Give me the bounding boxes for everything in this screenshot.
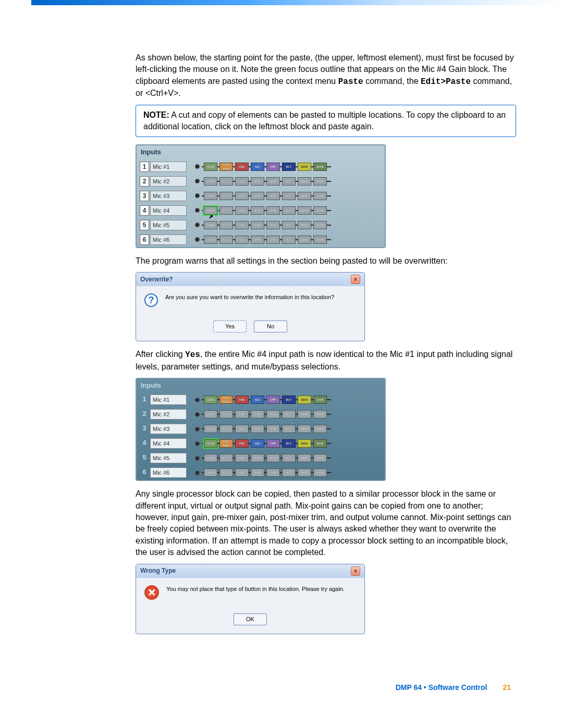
processor-block[interactable]: DLY — [282, 192, 296, 200]
processor-block[interactable]: GAIN — [313, 206, 327, 215]
processor-block[interactable]: DUCK — [298, 236, 311, 244]
processor-block[interactable]: GAIN — [204, 163, 217, 171]
processor-block[interactable]: FILT — [219, 192, 233, 200]
processor-block[interactable]: DLY — [282, 410, 296, 418]
processor-block[interactable]: DUCK — [298, 439, 311, 448]
processor-block[interactable]: DYN — [266, 410, 280, 418]
processor-block[interactable]: FBS — [235, 396, 249, 404]
channel-label[interactable]: Mic #3 — [150, 191, 187, 201]
processor-block[interactable]: FILT — [219, 468, 233, 477]
processor-block[interactable]: GAIN — [204, 454, 217, 462]
processor-block[interactable]: DLY — [282, 236, 296, 244]
channel-label[interactable]: Mic #4 — [150, 438, 187, 449]
processor-block[interactable]: FILT — [219, 206, 233, 215]
processor-block[interactable]: FBS — [235, 425, 249, 433]
processor-block[interactable]: FILT — [219, 177, 233, 186]
processor-block[interactable]: DYN — [251, 410, 264, 418]
processor-block[interactable]: FBS — [235, 236, 249, 244]
close-icon[interactable]: × — [351, 275, 360, 284]
processor-block[interactable]: DUCK — [298, 206, 311, 215]
channel-label[interactable]: Mic #5 — [150, 453, 187, 463]
processor-block[interactable]: CMP — [266, 439, 280, 448]
processor-block[interactable]: DYN — [251, 425, 264, 433]
processor-block[interactable]: GAIN — [313, 236, 327, 244]
no-button[interactable]: No — [254, 320, 287, 332]
processor-block[interactable]: DUCK — [298, 425, 311, 433]
channel-label[interactable]: Mic #1 — [150, 394, 187, 405]
channel-label[interactable]: Mic #2 — [150, 176, 187, 187]
processor-block[interactable]: DLY — [282, 468, 296, 477]
channel-label[interactable]: Mic #4 — [150, 205, 187, 216]
processor-block[interactable]: GAIN — [313, 163, 327, 171]
processor-block[interactable]: DYN — [251, 221, 264, 229]
processor-block[interactable]: DUCK — [298, 177, 311, 186]
processor-block[interactable]: DYN — [251, 236, 264, 244]
processor-block[interactable]: DUCK — [298, 221, 311, 229]
processor-block[interactable]: GAIN — [313, 439, 327, 448]
processor-block[interactable]: AGC — [251, 439, 264, 448]
processor-block[interactable]: CMP — [266, 163, 280, 171]
processor-block[interactable]: GAIN — [313, 221, 327, 229]
processor-block[interactable]: DUCK — [298, 454, 311, 462]
processor-block[interactable]: GAIN — [204, 396, 217, 404]
processor-block[interactable]: DLY — [282, 396, 296, 404]
channel-label[interactable]: Mic #3 — [150, 424, 187, 434]
processor-block[interactable]: DYN — [266, 425, 280, 433]
processor-block[interactable]: GAIN — [204, 439, 217, 448]
processor-block[interactable]: DYN — [266, 177, 280, 186]
processor-block[interactable]: AGC — [251, 396, 264, 404]
processor-block[interactable]: FILT — [219, 221, 233, 229]
ok-button[interactable]: OK — [234, 613, 267, 625]
processor-block[interactable]: GAIN — [204, 425, 217, 433]
processor-block[interactable]: HIGH PASS — [219, 163, 233, 171]
processor-block[interactable]: FBS — [235, 163, 249, 171]
processor-block[interactable]: DYN — [266, 236, 280, 244]
processor-block[interactable]: FBS — [235, 177, 249, 186]
processor-block[interactable]: FBS — [235, 454, 249, 462]
processor-block[interactable]: GAIN — [313, 454, 327, 462]
processor-block[interactable]: DLY — [282, 177, 296, 186]
processor-block[interactable]: DUCK — [298, 396, 311, 404]
processor-block[interactable]: DYN — [251, 468, 264, 477]
processor-block[interactable]: FBS — [235, 221, 249, 229]
processor-block[interactable]: FBS — [235, 206, 249, 215]
processor-block[interactable]: DUCK — [298, 410, 311, 418]
processor-block[interactable]: DYN — [251, 206, 264, 215]
yes-button[interactable]: Yes — [213, 320, 247, 332]
channel-label[interactable]: Mic #6 — [150, 467, 187, 478]
processor-block[interactable]: DUCK — [298, 468, 311, 477]
processor-block[interactable]: FBS — [235, 439, 249, 448]
processor-block[interactable]: GAIN — [313, 396, 327, 404]
processor-block[interactable]: DYN — [251, 454, 264, 462]
processor-block[interactable]: FBS — [235, 410, 249, 418]
processor-block[interactable]: DYN — [266, 192, 280, 200]
processor-block[interactable]: DLY — [282, 163, 296, 171]
processor-block[interactable]: FBS — [235, 192, 249, 200]
processor-block[interactable]: DYN — [266, 468, 280, 477]
processor-block[interactable]: AGC — [251, 163, 264, 171]
processor-block[interactable]: FILT — [219, 425, 233, 433]
close-icon[interactable]: × — [351, 566, 360, 576]
processor-block[interactable]: GAIN — [204, 206, 217, 215]
processor-block[interactable]: DLY — [282, 454, 296, 462]
processor-block[interactable]: DUCK — [298, 163, 311, 171]
processor-block[interactable]: DLY — [282, 221, 296, 229]
processor-block[interactable]: DYN — [251, 192, 264, 200]
processor-block[interactable]: GAIN — [313, 468, 327, 477]
processor-block[interactable]: GAIN — [204, 192, 217, 200]
processor-block[interactable]: DYN — [266, 206, 280, 215]
processor-block[interactable]: DUCK — [298, 192, 311, 200]
processor-block[interactable]: FILT — [219, 410, 233, 418]
processor-block[interactable]: GAIN — [204, 221, 217, 229]
channel-label[interactable]: Mic #5 — [150, 220, 187, 230]
processor-block[interactable]: DYN — [251, 177, 264, 186]
processor-block[interactable]: HIGH PASS — [219, 396, 233, 404]
processor-block[interactable]: DLY — [282, 206, 296, 215]
processor-block[interactable]: GAIN — [204, 236, 217, 244]
processor-block[interactable]: CMP — [266, 396, 280, 404]
processor-block[interactable]: GAIN — [204, 410, 217, 418]
processor-block[interactable]: FBS — [235, 468, 249, 477]
processor-block[interactable]: GAIN — [313, 410, 327, 418]
processor-block[interactable]: DLY — [282, 439, 296, 448]
processor-block[interactable]: DYN — [266, 221, 280, 229]
